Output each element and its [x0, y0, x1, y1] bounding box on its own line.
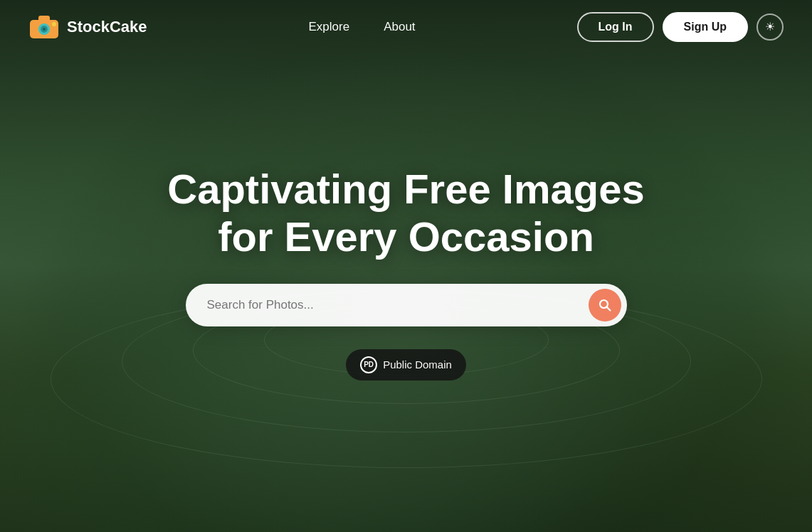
nav-actions: Log In Sign Up ☀: [577, 12, 784, 42]
pd-icon: PD: [360, 356, 377, 373]
sun-icon: ☀: [765, 20, 775, 33]
nav-explore[interactable]: Explore: [295, 14, 364, 40]
signup-button[interactable]: Sign Up: [663, 12, 748, 42]
nav-links: Explore About: [295, 14, 430, 40]
public-domain-badge[interactable]: PD Public Domain: [346, 349, 466, 381]
search-button[interactable]: [589, 289, 621, 321]
search-container: [186, 284, 627, 326]
search-icon: [598, 298, 612, 312]
logo-icon: [28, 14, 60, 40]
nav-about[interactable]: About: [369, 14, 429, 40]
login-button[interactable]: Log In: [577, 12, 654, 42]
hero-section: StockCake Explore About Log In Sign Up ☀…: [0, 0, 812, 532]
hero-content: Captivating Free Images for Every Occasi…: [167, 166, 644, 380]
logo[interactable]: StockCake: [28, 14, 147, 40]
search-input[interactable]: [186, 284, 627, 326]
brand-name: StockCake: [67, 18, 147, 36]
svg-line-7: [606, 307, 610, 310]
svg-point-4: [43, 28, 46, 31]
theme-toggle-button[interactable]: ☀: [756, 14, 784, 41]
svg-rect-1: [38, 16, 50, 21]
hero-title: Captivating Free Images for Every Occasi…: [167, 166, 644, 260]
public-domain-label: Public Domain: [383, 358, 452, 371]
svg-point-5: [52, 22, 56, 26]
navbar: StockCake Explore About Log In Sign Up ☀: [0, 0, 812, 53]
